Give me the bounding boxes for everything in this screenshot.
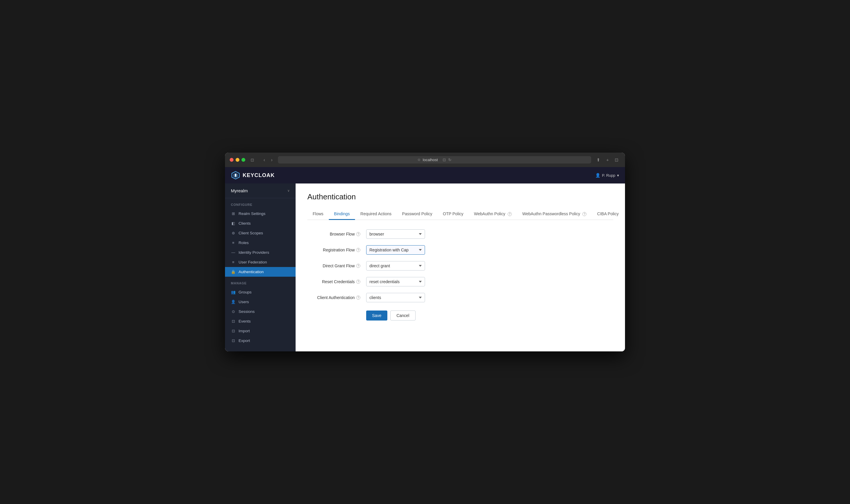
- refresh-icon[interactable]: ↻: [448, 158, 451, 162]
- translate-icon: ⊡: [442, 158, 446, 162]
- tab-overview-button[interactable]: ⊡: [613, 157, 620, 163]
- forward-button[interactable]: ›: [269, 157, 274, 163]
- events-icon: ⊡: [231, 319, 236, 323]
- sidebar-item-label: Export: [238, 339, 250, 343]
- browser-flow-label: Browser Flow ?: [307, 232, 366, 236]
- browser-flow-select[interactable]: browser direct grant registration reset …: [366, 229, 425, 239]
- reset-credentials-select[interactable]: browser direct grant registration reset …: [366, 277, 425, 286]
- registration-flow-label: Registration Flow ?: [307, 248, 366, 252]
- tab-ciba-policy-label: CIBA Policy: [597, 212, 618, 216]
- registration-flow-select[interactable]: registration Registration with Cap: [366, 245, 425, 255]
- reset-credentials-help-icon: ?: [356, 280, 360, 284]
- back-button[interactable]: ‹: [262, 157, 267, 163]
- sidebar-item-sessions[interactable]: ⊙ Sessions: [225, 307, 295, 317]
- svg-rect-2: [235, 174, 236, 177]
- sidebar-item-label: Authentication: [238, 270, 264, 274]
- registration-flow-help-icon: ?: [356, 248, 360, 252]
- user-menu[interactable]: 👤 P. Rupp ▾: [595, 173, 619, 178]
- maximize-button[interactable]: [241, 158, 245, 162]
- share-button[interactable]: ⬆: [595, 157, 602, 163]
- browser-window: ⊡ ‹ › ⊙ localhost ⊡ ↻ ⬆ + ⊡: [225, 152, 625, 352]
- realm-selector[interactable]: Myrealm ∨: [225, 183, 295, 198]
- tab-bindings[interactable]: Bindings: [329, 209, 355, 220]
- sidebar-item-label: Groups: [238, 290, 252, 294]
- address-bar[interactable]: ⊙ localhost ⊡ ↻: [278, 156, 592, 163]
- user-federation-icon: ≡: [231, 260, 236, 264]
- client-authentication-select[interactable]: browser direct grant registration reset …: [366, 293, 425, 302]
- sidebar-item-label: Events: [238, 319, 251, 323]
- browser-flow-help-icon: ?: [356, 232, 360, 236]
- reset-credentials-row: Reset Credentials ? browser direct grant…: [307, 277, 513, 286]
- tab-flows[interactable]: Flows: [307, 209, 329, 220]
- sidebar-toggle-button[interactable]: ⊡: [249, 157, 256, 163]
- users-icon: 👤: [231, 300, 236, 304]
- minimize-button[interactable]: [236, 158, 239, 162]
- client-authentication-row: Client Authentication ? browser direct g…: [307, 293, 513, 302]
- browser-nav: ‹ ›: [262, 157, 274, 163]
- sidebar-item-label: Sessions: [238, 309, 255, 314]
- authentication-icon: 🔒: [231, 270, 236, 274]
- tab-password-policy[interactable]: Password Policy: [397, 209, 438, 220]
- tab-required-actions[interactable]: Required Actions: [355, 209, 397, 220]
- sidebar-item-clients[interactable]: ◧ Clients: [225, 218, 295, 228]
- tab-password-policy-label: Password Policy: [402, 212, 432, 216]
- tab-bindings-label: Bindings: [334, 212, 350, 216]
- cancel-button[interactable]: Cancel: [390, 310, 416, 321]
- bindings-form: Browser Flow ? browser direct grant regi…: [307, 229, 513, 321]
- tab-webauthn-policy[interactable]: WebAuthn Policy ?: [469, 209, 517, 220]
- sidebar-item-label: Roles: [238, 240, 249, 245]
- direct-grant-flow-help-icon: ?: [356, 264, 360, 268]
- sidebar-item-client-scopes[interactable]: ⊚ Client Scopes: [225, 228, 295, 238]
- groups-icon: 👥: [231, 290, 236, 294]
- sidebar-item-realm-settings[interactable]: ⊞ Realm Settings: [225, 209, 295, 218]
- direct-grant-flow-select[interactable]: browser direct grant registration reset …: [366, 261, 425, 271]
- sidebar-item-events[interactable]: ⊡ Events: [225, 317, 295, 326]
- tab-otp-policy-label: OTP Policy: [443, 212, 464, 216]
- save-button[interactable]: Save: [366, 310, 387, 321]
- sidebar-item-authentication[interactable]: 🔒 Authentication: [225, 267, 295, 277]
- keycloak-logo-icon: [231, 170, 240, 180]
- import-icon: ⊡: [231, 329, 236, 333]
- direct-grant-flow-label-text: Direct Grant Flow: [323, 264, 355, 268]
- form-actions: Save Cancel: [366, 309, 513, 321]
- close-button[interactable]: [230, 158, 234, 162]
- sidebar-item-import[interactable]: ⊡ Import: [225, 326, 295, 336]
- client-authentication-label: Client Authentication ?: [307, 295, 366, 300]
- sidebar-item-label: Import: [238, 329, 250, 333]
- registration-flow-row: Registration Flow ? registration Registr…: [307, 245, 513, 255]
- new-tab-button[interactable]: +: [604, 157, 611, 163]
- sidebar: Myrealm ∨ Configure ⊞ Realm Settings ◧ C…: [225, 183, 295, 352]
- sidebar-item-groups[interactable]: 👥 Groups: [225, 287, 295, 297]
- page-title: Authentication: [307, 192, 613, 201]
- roles-icon: ≡: [231, 240, 236, 245]
- realm-settings-icon: ⊞: [231, 212, 236, 216]
- tab-ciba-policy[interactable]: CIBA Policy: [592, 209, 624, 220]
- client-authentication-label-text: Client Authentication: [317, 295, 355, 300]
- user-icon: 👤: [595, 173, 600, 178]
- sidebar-item-label: User Federation: [238, 260, 267, 264]
- client-authentication-help-icon: ?: [356, 295, 360, 300]
- browser-flow-row: Browser Flow ? browser direct grant regi…: [307, 229, 513, 239]
- page-content: Authentication Flows Bindings Required A…: [295, 183, 625, 352]
- user-label: P. Rupp: [602, 173, 615, 178]
- configure-section-label: Configure: [225, 198, 295, 209]
- realm-chevron-icon: ∨: [287, 189, 290, 193]
- logo-text: KEYCLOAK: [243, 172, 275, 179]
- realm-name: Myrealm: [231, 188, 248, 193]
- sidebar-item-export[interactable]: ⊡ Export: [225, 336, 295, 345]
- sidebar-item-users[interactable]: 👤 Users: [225, 297, 295, 307]
- url-text: localhost: [423, 158, 438, 162]
- direct-grant-flow-label: Direct Grant Flow ?: [307, 264, 366, 268]
- sidebar-item-label: Client Scopes: [238, 231, 263, 235]
- sidebar-item-identity-providers[interactable]: — Identity Providers: [225, 248, 295, 257]
- sidebar-item-roles[interactable]: ≡ Roles: [225, 238, 295, 248]
- client-scopes-icon: ⊚: [231, 231, 236, 235]
- webauthn-policy-help-icon: ?: [508, 212, 512, 216]
- sidebar-item-user-federation[interactable]: ≡ User Federation: [225, 257, 295, 267]
- browser-actions: ⬆ + ⊡: [595, 157, 620, 163]
- sidebar-item-label: Clients: [238, 221, 251, 226]
- tab-otp-policy[interactable]: OTP Policy: [438, 209, 469, 220]
- tab-webauthn-passwordless-policy[interactable]: WebAuthn Passwordless Policy ?: [517, 209, 592, 220]
- sidebar-item-label: Identity Providers: [238, 250, 269, 255]
- reset-credentials-label: Reset Credentials ?: [307, 280, 366, 284]
